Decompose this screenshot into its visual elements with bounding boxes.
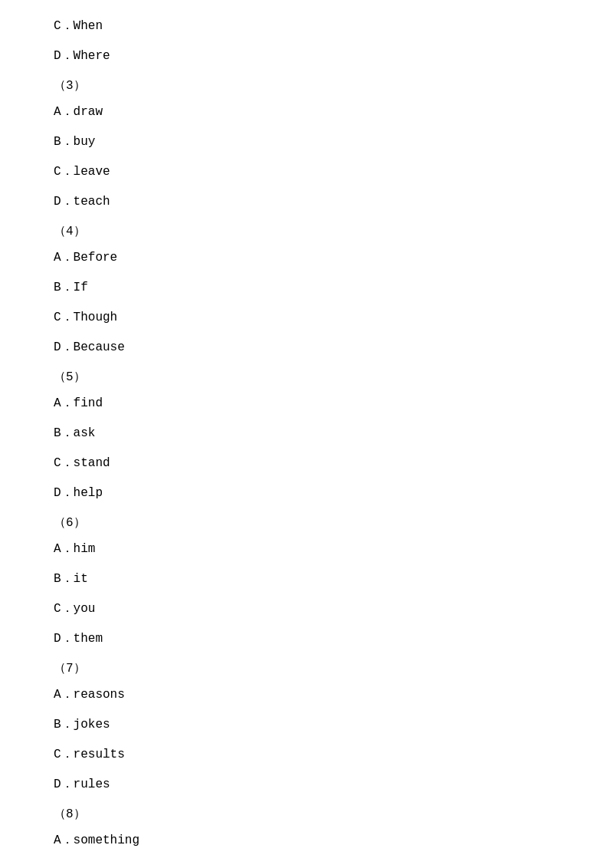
option-a-before: A．Before: [54, 247, 559, 269]
label-4: （4）: [54, 221, 559, 243]
label-7: （7）: [54, 658, 559, 680]
option-a-draw: A．draw: [54, 101, 559, 123]
option-c-when: C．When: [54, 15, 559, 38]
option-c-stand: C．stand: [54, 452, 559, 475]
option-c-results: C．results: [54, 744, 559, 766]
label-5: （5）: [54, 367, 559, 389]
option-d-help: D．help: [54, 482, 559, 505]
option-d-rules: D．rules: [54, 774, 559, 796]
option-c-leave: C．leave: [54, 161, 559, 183]
option-c-though: C．Though: [54, 307, 559, 329]
option-b-buy: B．buy: [54, 131, 559, 153]
option-b-ask: B．ask: [54, 422, 559, 445]
option-a-him: A．him: [54, 538, 559, 561]
option-a-find: A．find: [54, 393, 559, 415]
option-c-you: C．you: [54, 598, 559, 620]
option-b-it: B．it: [54, 568, 559, 590]
main-content: C．When D．Where （3） A．draw B．buy C．leave …: [0, 0, 613, 868]
option-d-because: D．Because: [54, 337, 559, 359]
option-d-where: D．Where: [54, 45, 559, 67]
label-3: （3）: [54, 75, 559, 97]
option-a-something: A．something: [54, 830, 559, 852]
option-b-jokes: B．jokes: [54, 714, 559, 736]
option-b-if: B．If: [54, 277, 559, 299]
option-d-them: D．them: [54, 628, 559, 650]
option-a-reasons: A．reasons: [54, 684, 559, 706]
label-8: （8）: [54, 804, 559, 826]
option-d-teach: D．teach: [54, 191, 559, 213]
label-6: （6）: [54, 512, 559, 534]
